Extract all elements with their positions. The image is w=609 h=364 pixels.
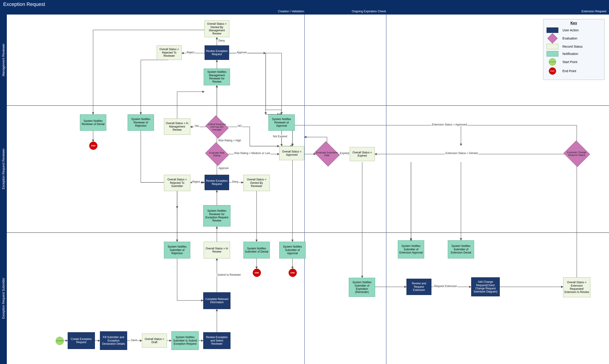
swimlane-tab-mgmt: Management Reviewer (0, 14, 7, 105)
end-submitter-denial: END (253, 269, 261, 277)
legend-user-action-label: User Action (562, 28, 579, 32)
edge-label-mgmt-deny: Deny (218, 39, 225, 42)
end-reviewer-denial: END (89, 142, 97, 150)
legend-record-status: Record Status (547, 44, 601, 49)
edge-label-not-expired: Not Expired (273, 135, 288, 138)
edge-label-request-extension: Request Extension (434, 285, 458, 288)
review-and-select-reviewer: Review Exception and Select Reviewer (203, 332, 230, 349)
page-title: Exception Request (0, 0, 609, 9)
legend-end-point: END End Point (547, 67, 601, 75)
edge-label-reviewer-reject: Reject (192, 180, 200, 183)
edge-label-ext-denied: Extension Status = Denied (445, 152, 478, 155)
lane-border-2 (7, 232, 609, 233)
notify-submitter-ext-approval: System Notifies Submitter of Extension A… (398, 240, 424, 259)
notify-submitter-denial: System Notifies Submitter of Denial (243, 242, 270, 259)
legend-notification: Notification (547, 51, 601, 56)
legend-record-status-label: Record Status (562, 45, 583, 48)
edge-label-expired: Expired (340, 152, 350, 155)
phase-label-creation: Creation / Validation (7, 10, 304, 13)
notify-reviewer-approval: System Notifies Reviewer of Approval (268, 114, 295, 131)
legend-notification-label: Notification (562, 52, 578, 56)
status-denied-by-reviewer: Overall Status = Denied By Reviewer (243, 175, 270, 191)
create-exception-request: Create Exception Request (68, 332, 95, 349)
evaluate-expiration-date: Evaluate Expiration Date (313, 143, 341, 165)
review-and-request-extension: Review and Request Extension (407, 279, 431, 295)
review-exception-reviewer: Review Exception Request (205, 175, 229, 190)
evaluate-bu-manager: Linked business Unit has BU manager (204, 117, 229, 137)
legend-start-circle: START (549, 58, 556, 65)
diagram-canvas: Management Reviewer Exception Request Re… (0, 14, 609, 364)
status-approved: Overall Status = Approved (279, 146, 304, 160)
swimlane-tab-reviewer: Exception Request Reviewer (0, 105, 7, 232)
legend-start-point-label: Start Point (562, 60, 577, 64)
notify-submitter-approval: System Notifies Submitter of Approval (279, 242, 306, 259)
legend-key: Key User Action Evaluation Record Status… (543, 19, 604, 80)
lane-border-1 (7, 105, 609, 106)
notify-submitter-ext-denial: System Notifies Submitter of Extension D… (448, 240, 474, 259)
evaluate-change-request-status: Evaluate Change Request Status (563, 141, 590, 166)
edge-label-reviewer-approve: Approve (218, 167, 229, 170)
status-expired: Overall Status = Expired (350, 147, 375, 161)
legend-start-point: START Start Point (547, 58, 601, 65)
notify-mgmt-reviewer: System Notifies Management Reviewer for … (204, 68, 230, 85)
edge-label-mgmt-reject: Reject (186, 51, 195, 54)
end-submitter-approval: END (289, 269, 297, 277)
notify-reviewer-denial: System Notifies Reviewer of Denial (80, 114, 106, 131)
status-in-review: Overall Status = In Review (204, 242, 230, 259)
status-denied-by-mgmt: Overall Status = Denied By Management Re… (204, 20, 229, 37)
edge-label-mgmt-approve: Approve (236, 51, 247, 54)
edge-label-reviewer-deny: Deny (232, 180, 239, 183)
edge-label-ext-approved: Extension Status = Approved (431, 123, 467, 126)
phase-label-extension: Extension Request (386, 10, 606, 13)
diagram-root: Exception Request Creation / Validation … (0, 0, 609, 364)
start-point: START (56, 337, 64, 345)
notify-submitter-rejection: System Notifies Submitter of Rejection (164, 242, 190, 259)
edge-label-save: Save (131, 338, 138, 342)
complete-relevant-info: Complete Relevant Information (203, 292, 230, 309)
edge-label-submit-reviewer: Submit to Reviewer (217, 273, 241, 276)
edge-label-bu-yes: Yes (194, 124, 199, 128)
add-change-request: Add Change Request(Check Change Request … (471, 277, 500, 296)
status-in-mgmt-review: Overall Status = In Management Review (164, 118, 190, 135)
legend-end-point-label: End Point (562, 69, 576, 73)
swimlane-tab-submitter: Exception Request Submitter (0, 232, 7, 364)
edge-label-risk-medlow: Risk Rating = Medium or Low (234, 152, 270, 155)
legend-evaluation-label: Evaluation (562, 37, 577, 40)
legend-title: Key (547, 21, 601, 25)
notify-reviewer-rejection: System Notifies Reviewer of Rejection (128, 114, 154, 131)
edge-label-risk-high: Risk Rating = High (218, 139, 242, 142)
phase-bar: Creation / Validation Ongoing Expiration… (0, 9, 609, 14)
fill-submitter-details: Fill Submitter and Exception Declaration… (100, 331, 127, 350)
status-rejected-to-reviewer: Overall Status = Rejected To Reviewer (157, 45, 182, 60)
evaluate-risk-rating: Evaluate Risk Rating (204, 143, 229, 165)
legend-evaluation: Evaluation (547, 35, 601, 42)
edge-label-bu-no: NO (237, 124, 242, 128)
phase-border-2 (386, 14, 386, 364)
review-exception-mgmt: Review Exception Request (205, 45, 229, 60)
status-rejected-to-submitter: Overall Status = Rejected To Submitter (164, 175, 190, 191)
notify-submitter-expiration: System Notifies Submitter of Expiration … (349, 278, 375, 297)
notify-submitter-to-submit: System Notifies Submitter to Submit Exce… (172, 331, 199, 350)
status-extension-requested: Overall Status = Extension Requested/ Ex… (563, 277, 590, 297)
status-draft: Overall Status = Draft (142, 334, 167, 348)
legend-end-circle: END (549, 67, 556, 75)
notify-reviewer-for-review: System Notifies Reviewer for Exception R… (203, 205, 230, 226)
phase-border-1 (304, 14, 305, 364)
legend-user-action: User Action (547, 27, 601, 33)
phase-label-ongoing: Ongoing Expiration Check (304, 10, 386, 13)
